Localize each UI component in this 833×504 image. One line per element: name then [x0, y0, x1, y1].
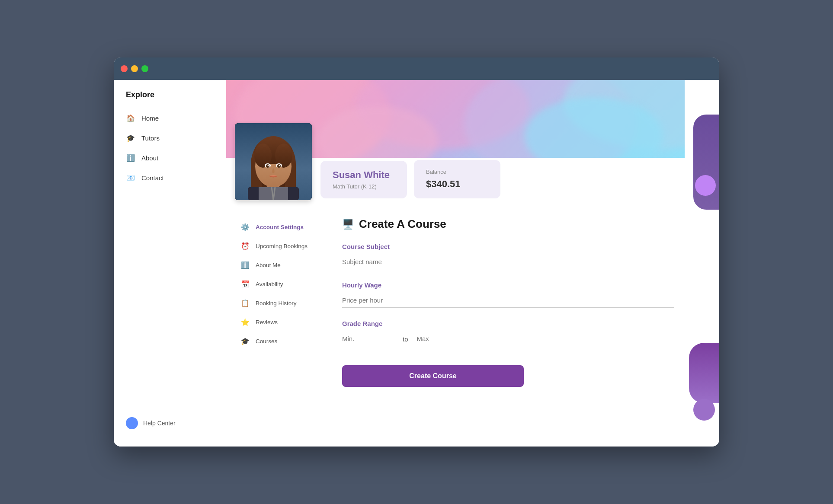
list-icon: 📋 [240, 298, 250, 308]
account-settings-label: Account Settings [256, 224, 304, 230]
form-header-icon: 🖥️ [342, 219, 354, 230]
sidebar-nav: 🏠 Home 🎓 Tutors ℹ️ About 📧 Contact [114, 108, 226, 410]
content-area: Susan White Math Tutor (K-12) Balance $3… [226, 80, 685, 447]
balance-amount: $340.51 [426, 179, 488, 190]
booking-history-item[interactable]: 📋 Booking History [237, 293, 332, 313]
sidebar-item-contact-label: Contact [141, 174, 164, 182]
course-subject-label: Course Subject [342, 243, 674, 250]
form-header: 🖥️ Create A Course [342, 217, 674, 231]
close-button[interactable] [121, 65, 128, 72]
courses-icon: 🎓 [240, 336, 250, 346]
avatar [235, 123, 312, 200]
about-me-item[interactable]: ℹ️ About Me [237, 255, 332, 274]
reviews-label: Reviews [256, 319, 278, 325]
balance-label: Balance [426, 169, 488, 175]
upcoming-bookings-label: Upcoming Bookings [256, 243, 308, 249]
profile-title: Math Tutor (K-12) [333, 183, 395, 190]
courses-label: Courses [256, 338, 277, 345]
hourly-wage-label: Hourly Wage [342, 281, 674, 289]
course-subject-input[interactable] [342, 255, 674, 269]
grade-range-inputs: to [342, 332, 674, 346]
hourly-wage-input[interactable] [342, 293, 674, 308]
hourly-wage-group: Hourly Wage [342, 281, 674, 308]
booking-history-label: Booking History [256, 300, 297, 306]
home-icon: 🏠 [126, 113, 135, 123]
course-subject-group: Course Subject [342, 243, 674, 269]
explore-label: Explore [114, 90, 226, 108]
help-center-item[interactable]: Help Center [114, 410, 226, 436]
grade-range-group: Grade Range to [342, 320, 674, 346]
about-icon: ℹ️ [126, 153, 135, 163]
sidebar-item-about-label: About [141, 154, 158, 162]
profile-info-cards: Susan White Math Tutor (K-12) Balance $3… [320, 158, 500, 200]
about-me-label: About Me [256, 262, 281, 268]
deco-circle-1 [695, 175, 716, 196]
upcoming-bookings-item[interactable]: ⏰ Upcoming Bookings [237, 236, 332, 255]
form-area: 🖥️ Create A Course Course Subject Hourly… [342, 217, 674, 387]
svg-point-20 [268, 165, 269, 166]
availability-item[interactable]: 📅 Availability [237, 274, 332, 293]
help-dot-icon [126, 417, 138, 429]
deco-heart [693, 399, 715, 421]
form-title: Create A Course [359, 217, 446, 231]
account-settings-item[interactable]: ⚙️ Account Settings [237, 217, 332, 236]
deco-blob [689, 343, 719, 403]
right-decoration [685, 80, 719, 447]
contact-icon: 📧 [126, 173, 135, 182]
balance-card: Balance $340.51 [414, 160, 500, 198]
sidebar-item-contact[interactable]: 📧 Contact [114, 168, 226, 188]
sidebar-item-tutors-label: Tutors [141, 134, 160, 142]
minimize-button[interactable] [131, 65, 138, 72]
name-card: Susan White Math Tutor (K-12) [320, 161, 407, 198]
grade-to-label: to [403, 335, 408, 343]
sidebar: Explore 🏠 Home 🎓 Tutors ℹ️ About 📧 Conta… [114, 80, 226, 447]
page-content: ⚙️ Account Settings ⏰ Upcoming Bookings … [226, 209, 685, 404]
sidebar-item-tutors[interactable]: 🎓 Tutors [114, 128, 226, 148]
main-content: Susan White Math Tutor (K-12) Balance $3… [226, 80, 719, 447]
sidebar-item-home-label: Home [141, 115, 159, 122]
courses-item[interactable]: 🎓 Courses [237, 332, 332, 351]
grade-min-input[interactable] [342, 332, 394, 346]
clock-icon: ⏰ [240, 241, 250, 251]
create-course-button[interactable]: Create Course [342, 365, 524, 387]
profile-section: Susan White Math Tutor (K-12) Balance $3… [226, 123, 685, 209]
sidebar-item-about[interactable]: ℹ️ About [114, 148, 226, 168]
svg-point-21 [279, 165, 280, 166]
calendar-icon: 📅 [240, 279, 250, 289]
availability-label: Availability [256, 281, 283, 287]
maximize-button[interactable] [141, 65, 148, 72]
app-body: Explore 🏠 Home 🎓 Tutors ℹ️ About 📧 Conta… [114, 80, 719, 447]
profile-name: Susan White [333, 169, 395, 181]
account-sidebar: ⚙️ Account Settings ⏰ Upcoming Bookings … [237, 217, 332, 387]
info-icon: ℹ️ [240, 260, 250, 270]
app-window: Explore 🏠 Home 🎓 Tutors ℹ️ About 📧 Conta… [114, 57, 719, 447]
reviews-item[interactable]: ⭐ Reviews [237, 313, 332, 332]
grade-range-label: Grade Range [342, 320, 674, 327]
star-icon: ⭐ [240, 317, 250, 327]
tutors-icon: 🎓 [126, 133, 135, 143]
help-center-label: Help Center [143, 420, 176, 427]
settings-icon: ⚙️ [240, 222, 250, 232]
sidebar-item-home[interactable]: 🏠 Home [114, 108, 226, 128]
grade-max-input[interactable] [417, 332, 469, 346]
titlebar [114, 57, 719, 80]
